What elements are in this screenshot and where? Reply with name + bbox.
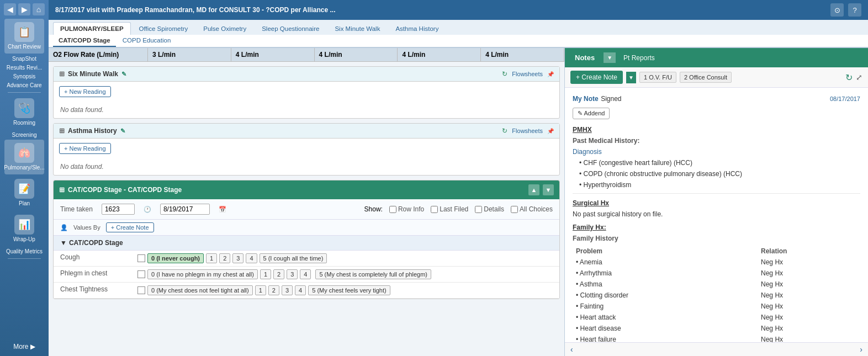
badge-ov-fu[interactable]: 1 O.V. F/U: [639, 72, 676, 83]
cat-down-button[interactable]: ▼: [543, 184, 554, 195]
create-note-main-button[interactable]: + Create Note: [570, 71, 623, 84]
six-minute-walk-refresh-icon[interactable]: ↻: [502, 70, 507, 78]
sidebar-item-results[interactable]: Results Revi...: [7, 63, 42, 72]
sidebar-item-screening[interactable]: Screening: [12, 131, 36, 140]
cough-choice-0[interactable]: 0 (I never cough): [147, 253, 204, 263]
notes-tab-button[interactable]: Notes: [570, 51, 599, 64]
tab-pulmonary-sleep[interactable]: PULMONARY/SLEEP: [53, 22, 131, 35]
last-filed-checkbox[interactable]: [431, 206, 438, 213]
phlegm-choice-4[interactable]: 4: [300, 269, 311, 279]
date-input[interactable]: [160, 204, 210, 215]
header-options-button[interactable]: ⊙: [830, 3, 844, 17]
cat-copd-header: ⊞ CAT/COPD Stage - CAT/COPD Stage ▲ ▼: [54, 180, 559, 199]
cough-choice-1[interactable]: 1: [206, 253, 217, 263]
subtab-cat-copd-stage[interactable]: CAT/COPD Stage: [53, 35, 116, 47]
chest-tightness-choice-2[interactable]: 2: [268, 285, 279, 295]
right-panel: Notes ▼ Pt Reports + Create Note ▼ 1 O.V…: [564, 48, 868, 356]
tab-office-spirometry[interactable]: Office Spirometry: [132, 22, 195, 35]
phlegm-choice-1[interactable]: 1: [260, 269, 271, 279]
toolbar-refresh-button[interactable]: ↻: [845, 72, 853, 83]
asthma-history-edit-icon[interactable]: ✎: [120, 127, 125, 135]
subtabs-row: CAT/COPD Stage COPD Education: [49, 35, 868, 47]
details-checkbox-label[interactable]: Details: [475, 205, 504, 213]
row-info-checkbox[interactable]: [389, 206, 396, 213]
home-button[interactable]: ⌂: [33, 3, 45, 15]
tab-six-minute-walk[interactable]: Six Minute Walk: [327, 22, 387, 35]
chest-tightness-choice-5[interactable]: 5 (My chest feels very tight): [308, 285, 390, 295]
cough-choice-3[interactable]: 3: [232, 253, 244, 263]
grid-icon-ah: ⊞: [59, 127, 65, 135]
six-minute-walk-flowsheets-link[interactable]: Flowsheets: [512, 71, 543, 77]
six-minute-walk-header: ⊞ Six Minute Walk ✎ ↻ Flowsheets 📌: [54, 67, 559, 82]
asthma-history-new-reading-button[interactable]: + New Reading: [59, 143, 111, 154]
pmhx-header: PMHX: [573, 125, 860, 135]
sidebar-item-pulmonary[interactable]: 🫁 Pulmonary/Sle...: [4, 140, 44, 174]
six-minute-walk-edit-icon[interactable]: ✎: [121, 71, 126, 78]
six-minute-walk-pin-icon[interactable]: 📌: [547, 71, 554, 77]
phlegm-choice-5[interactable]: 5 (My chest is completely full of phlegm…: [315, 269, 431, 279]
chest-tightness-choice-1[interactable]: 1: [255, 285, 266, 295]
family-hx-header: Family Hx:: [573, 222, 860, 232]
sidebar-item-plan[interactable]: 📝 Plan: [4, 176, 44, 210]
pt-reports-button[interactable]: Pt Reports: [623, 54, 655, 62]
header-help-button[interactable]: ?: [848, 3, 861, 17]
sidebar-nav-top: ◀ ▶ ⌂: [4, 3, 45, 15]
sidebar-item-advance-care[interactable]: Advance Care: [7, 81, 41, 90]
six-minute-walk-new-reading-button[interactable]: + New Reading: [59, 86, 111, 97]
phlegm-choice-0[interactable]: 0 (I have no phlegm in my chest at all): [147, 269, 258, 279]
chest-tightness-choice-0[interactable]: 0 (My chest does not feel tight at all): [147, 285, 253, 295]
sidebar-item-snapshot[interactable]: SnapShot: [12, 55, 36, 63]
cat-grid-icon: ⊞: [59, 186, 65, 194]
details-checkbox[interactable]: [475, 206, 482, 213]
sidebar-item-chart-review[interactable]: 📋 Chart Review: [4, 19, 44, 54]
family-relation-fainting: Neg Hx: [758, 301, 860, 312]
create-note-dropdown-button[interactable]: ▼: [626, 72, 636, 83]
chest-tightness-choice-4[interactable]: 4: [295, 285, 306, 295]
sidebar-label-rooming: Rooming: [13, 120, 35, 126]
all-choices-checkbox-label[interactable]: All Choices: [511, 205, 553, 213]
sidebar-item-synopsis[interactable]: Synopsis: [13, 72, 36, 81]
sidebar-more-button[interactable]: More ▶: [11, 341, 38, 353]
tab-sleep-questionnaire[interactable]: Sleep Questionnaire: [255, 22, 326, 35]
note-date: 08/17/2017: [830, 95, 860, 102]
surgical-hx-header: Surgical Hx: [573, 198, 860, 208]
asthma-history-flowsheets-link[interactable]: Flowsheets: [512, 127, 543, 134]
sidebar-item-rooming[interactable]: 🩺 Rooming: [4, 95, 44, 130]
tabs-container: PULMONARY/SLEEP Office Spirometry Pulse …: [49, 20, 868, 48]
sidebar-item-wrap-up[interactable]: 📊 Wrap-Up: [4, 211, 44, 246]
note-footer-left-button[interactable]: ‹: [570, 345, 573, 354]
sidebar-divider-1: [8, 92, 41, 93]
phlegm-choice-2[interactable]: 2: [273, 269, 284, 279]
cat-up-button[interactable]: ▲: [528, 184, 539, 195]
note-footer-right-button[interactable]: ›: [860, 345, 862, 354]
back-button[interactable]: ◀: [4, 3, 16, 15]
tab-pulse-oximetry[interactable]: Pulse Oximetry: [196, 22, 253, 35]
asthma-history-refresh-icon[interactable]: ↻: [502, 127, 507, 135]
table-col-5: 4 L/min: [398, 48, 481, 61]
last-filed-checkbox-label[interactable]: Last Filed: [431, 205, 468, 213]
right-panel-toolbar: + Create Note ▼ 1 O.V. F/U 2 Office Cons…: [565, 67, 868, 88]
all-choices-checkbox[interactable]: [511, 206, 518, 213]
create-note-button[interactable]: + Create Note: [106, 222, 154, 232]
table-col-3: 4 L/min: [231, 48, 315, 61]
forward-button[interactable]: ▶: [18, 3, 30, 15]
asthma-history-pin-icon[interactable]: 📌: [547, 128, 554, 134]
badge-office-consult[interactable]: 2 Office Consult: [680, 72, 732, 83]
note-body: PMHX Past Medical History: Diagnosis • C…: [573, 125, 860, 342]
addend-button[interactable]: ✎ Addend: [573, 108, 610, 119]
chest-tightness-choice-3[interactable]: 3: [282, 285, 293, 295]
time-taken-input[interactable]: [102, 204, 135, 215]
diagnosis-hyperthyroidism: • Hyperthyroidism: [579, 180, 860, 190]
notes-dropdown-arrow[interactable]: ▼: [604, 52, 616, 63]
row-info-checkbox-label[interactable]: Row Info: [389, 205, 424, 213]
cough-choice-4[interactable]: 4: [246, 253, 257, 263]
subsection-toggle[interactable]: ▼ CAT/COPD Stage: [54, 236, 559, 251]
subtab-copd-education[interactable]: COPD Education: [117, 35, 177, 47]
tab-asthma-history[interactable]: Asthma History: [388, 22, 446, 35]
toolbar-expand-button[interactable]: ⤢: [856, 73, 862, 82]
cough-choice-2[interactable]: 2: [219, 253, 230, 263]
phlegm-row: Phlegm in chest 0 (I have no phlegm in m…: [54, 267, 559, 283]
phlegm-choice-3[interactable]: 3: [287, 269, 298, 279]
sidebar-item-quality[interactable]: Quality Metrics: [6, 247, 43, 256]
cough-choice-5[interactable]: 5 (I cough all the time): [260, 253, 327, 263]
